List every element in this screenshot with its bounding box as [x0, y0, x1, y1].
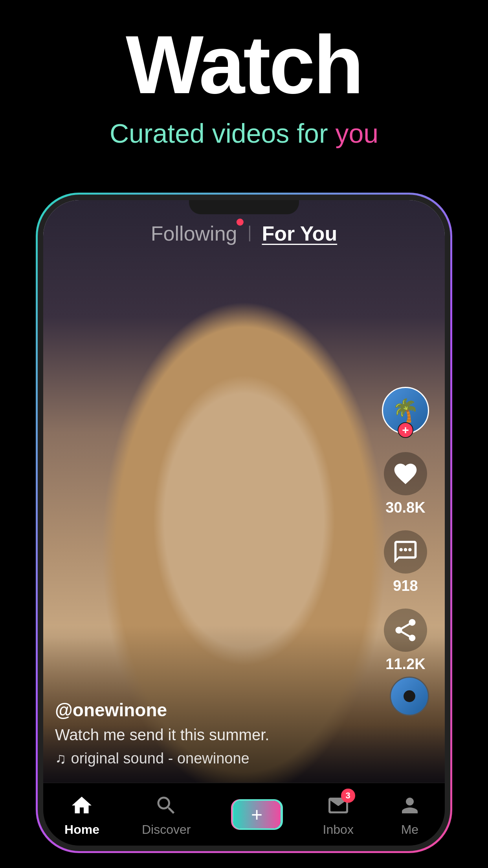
subtitle-prefix: Curated videos: [110, 118, 297, 148]
discover-label: Discover: [142, 822, 191, 837]
subtitle-for: for: [297, 118, 335, 148]
discover-icon: [152, 792, 180, 819]
inbox-badge: 3: [341, 789, 355, 803]
video-sound: ♫ original sound - onewinone: [55, 750, 374, 767]
heart-icon: [392, 460, 419, 487]
subtitle-you: you: [335, 118, 378, 148]
follow-plus-button[interactable]: +: [398, 422, 413, 438]
watch-title: Watch: [0, 24, 488, 106]
inbox-label: Inbox: [323, 822, 354, 837]
share-icon: [392, 617, 419, 644]
svg-point-1: [404, 548, 407, 552]
comment-count: 918: [393, 577, 418, 594]
music-note-icon: ♫: [55, 750, 66, 767]
comment-icon: [392, 539, 419, 565]
nav-create[interactable]: +: [233, 801, 281, 828]
video-caption: Watch me send it this summer.: [55, 726, 374, 744]
nav-me[interactable]: Me: [396, 792, 424, 837]
home-label: Home: [64, 822, 99, 837]
like-button[interactable]: [384, 452, 427, 495]
me-label: Me: [401, 822, 418, 837]
music-disc-inner: [404, 690, 415, 702]
share-count: 11.2K: [385, 656, 425, 673]
hero-section: Watch Curated videos for you: [0, 0, 488, 149]
subtitle: Curated videos for you: [0, 118, 488, 149]
nav-home[interactable]: Home: [64, 792, 99, 837]
phone-frame: Following For You 🌴 +: [36, 193, 452, 853]
like-count: 30.8K: [385, 499, 425, 516]
video-username[interactable]: @onewinone: [55, 699, 374, 721]
like-action[interactable]: 30.8K: [384, 452, 427, 516]
avatar-icon: 🌴: [392, 397, 419, 423]
comment-action[interactable]: 918: [384, 530, 427, 594]
phone-notch: [189, 200, 299, 214]
svg-point-2: [408, 548, 412, 552]
inbox-icon: 3: [325, 792, 352, 819]
video-info: @onewinone Watch me send it this summer.…: [55, 699, 374, 767]
tab-following[interactable]: Following: [151, 222, 237, 245]
svg-point-0: [399, 548, 402, 552]
tab-divider: [249, 226, 250, 241]
avatar-container: 🌴 +: [382, 387, 429, 434]
nav-discover[interactable]: Discover: [142, 792, 191, 837]
phone-inner: Following For You 🌴 +: [38, 195, 450, 851]
following-notification-dot: [237, 219, 244, 226]
home-icon: [68, 792, 95, 819]
share-button[interactable]: [384, 609, 427, 652]
music-disc: [390, 677, 429, 716]
nav-inbox[interactable]: 3 Inbox: [323, 792, 354, 837]
create-button[interactable]: +: [233, 801, 281, 828]
share-action[interactable]: 11.2K: [384, 609, 427, 673]
profile-icon: [396, 792, 424, 819]
video-actions: 🌴 + 30.8K: [382, 387, 429, 673]
comment-button[interactable]: [384, 530, 427, 574]
sound-name: original sound - onewinone: [71, 750, 250, 767]
video-tabs: Following For You: [151, 222, 337, 245]
video-area[interactable]: Following For You 🌴 +: [43, 200, 445, 783]
creator-avatar-item[interactable]: 🌴 +: [382, 387, 429, 438]
bottom-nav: Home Discover +: [43, 783, 445, 846]
tab-for-you[interactable]: For You: [262, 222, 338, 245]
